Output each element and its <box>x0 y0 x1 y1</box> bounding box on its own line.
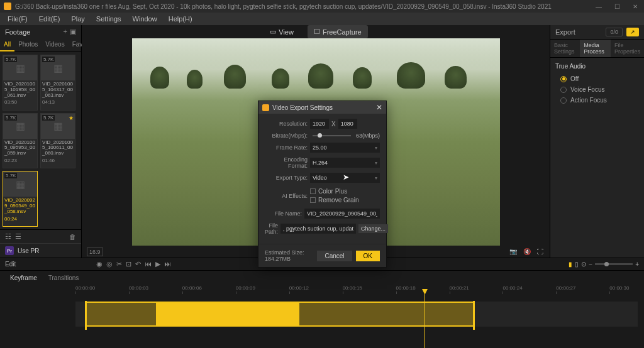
marker-off-icon[interactable]: ▯ <box>575 261 579 268</box>
thumb-image: 5.7K▦ <box>3 171 37 197</box>
true-audio-section: True Audio <box>555 63 639 70</box>
edit-label: Edit <box>5 261 16 268</box>
ruler-tick: 00:00:21 <box>450 285 469 291</box>
zoom-out-icon[interactable]: − <box>589 261 592 268</box>
add-footage-icon[interactable]: + <box>64 28 67 36</box>
bitrate-slider[interactable] <box>313 135 351 136</box>
app-icon <box>4 3 11 10</box>
ruler-tick: 00:00:18 <box>396 285 416 291</box>
prev-frame-icon[interactable]: ⏮ <box>145 260 152 268</box>
thumb-duration: 01:46 <box>41 158 75 165</box>
tab-file-properties[interactable]: File Properties <box>611 40 644 57</box>
maximize-button[interactable]: ☐ <box>612 3 623 10</box>
video-clip[interactable] <box>85 302 475 327</box>
ruler-tick: 00:00:12 <box>289 285 309 291</box>
view-icon: ▭ <box>270 28 276 36</box>
export-progress: 0/0 <box>606 28 623 36</box>
filename-input[interactable] <box>304 209 380 219</box>
trash-icon[interactable]: 🗑 <box>69 233 76 241</box>
playhead[interactable] <box>425 289 425 348</box>
tool-1[interactable]: ◉ <box>96 260 103 268</box>
view-mode-button[interactable]: ▭ View <box>264 25 300 38</box>
premiere-icon: Pr <box>5 246 14 255</box>
ok-button[interactable]: OK <box>356 251 380 261</box>
tool-2[interactable]: ◎ <box>106 260 113 268</box>
framerate-select[interactable]: 25.00 <box>310 143 380 153</box>
menu-window[interactable]: Window <box>128 14 162 24</box>
ruler-tick: 00:00:09 <box>236 285 255 291</box>
aspect-ratio[interactable]: 16:9 <box>87 247 103 256</box>
timeline-panel: Edit ◉ ◎ ✂ ⊡ ↶ ⏮ ▶ ⏭ ▮ ▯ ⊙ − + Keyframe … <box>0 258 644 348</box>
video-export-settings-dialog: Video Export Settings ✕ Resolution: X Bi… <box>258 101 387 268</box>
menu-edit[interactable]: Edit(E) <box>34 14 65 24</box>
close-button[interactable]: ✕ <box>630 3 640 10</box>
menu-settings[interactable]: Settings <box>91 14 126 24</box>
menu-file[interactable]: File(F) <box>3 14 33 24</box>
encoding-select[interactable]: H.264 <box>310 158 380 168</box>
thumb-name: VID_20201005_100611_00_060.insv <box>41 139 75 158</box>
import-folder-icon[interactable]: ▣ <box>70 28 76 36</box>
thumb-image: 5.7K▦ <box>3 114 37 139</box>
menu-help[interactable]: Help(H) <box>164 14 197 24</box>
export-button[interactable]: ↗ <box>626 28 639 36</box>
minimize-button[interactable]: — <box>593 3 604 10</box>
resolution-height-input[interactable] <box>338 119 357 129</box>
tab-transitions[interactable]: Transitions <box>43 273 84 283</box>
colorplus-checkbox[interactable] <box>310 188 316 194</box>
removegrain-checkbox[interactable] <box>310 197 316 203</box>
next-frame-icon[interactable]: ⏭ <box>164 260 171 268</box>
zoom-slider[interactable] <box>595 263 633 265</box>
filepath-input[interactable] <box>280 224 356 234</box>
freecapture-button[interactable]: ☐ FreeCapture <box>308 25 368 38</box>
footage-thumb[interactable]: 5.7K★▦VID_20201005_100611_00_060.insv01:… <box>40 113 75 169</box>
ruler-tick: 00:00:30 <box>609 285 629 291</box>
footage-thumb[interactable]: 5.7K▦VID_20201005_101958_00_061.insv03:5… <box>3 55 38 111</box>
tab-keyframe[interactable]: Keyframe <box>5 273 42 283</box>
radio-off[interactable]: Off <box>555 73 639 84</box>
thumb-name: VID_20201005_104317_00_063.insv <box>41 80 75 99</box>
tool-4[interactable]: ⊡ <box>126 260 131 268</box>
timeline-track[interactable] <box>75 302 638 327</box>
cancel-button[interactable]: Cancel <box>317 251 352 261</box>
resolution-width-input[interactable] <box>310 119 329 129</box>
mute-icon[interactable]: 🔇 <box>523 248 531 255</box>
tool-3[interactable]: ✂ <box>116 260 122 268</box>
titlebar: G:/360 Back-ups/insta360 one r files Aug… <box>0 0 644 13</box>
footage-thumb[interactable]: 5.7K▦VID_20201005_104317_00_063.insv04:1… <box>40 55 75 111</box>
footage-panel: Footage + ▣ All Photos Videos Favorites … <box>0 25 82 258</box>
tool-5[interactable]: ↶ <box>135 260 141 268</box>
tab-all[interactable]: All <box>0 38 14 52</box>
thumb-duration: 03:50 <box>3 99 37 106</box>
ruler-tick: 00:00:27 <box>556 285 575 291</box>
radio-action-focus[interactable]: Action Focus <box>555 95 639 106</box>
resolution-badge: 5.7K <box>4 173 17 178</box>
footage-thumb[interactable]: 5.7K▦VID_20201005_095953_00_059.insv02:2… <box>3 113 38 169</box>
ruler-tick: 00:00:03 <box>129 285 148 291</box>
change-path-button[interactable]: Change... <box>358 224 388 233</box>
ruler-tick: 00:00:24 <box>502 285 522 291</box>
marker-icon[interactable]: ▮ <box>569 261 572 268</box>
tab-basic-settings[interactable]: Basic Settings <box>550 40 580 57</box>
resolution-badge: 5.7K <box>42 57 55 62</box>
tab-media-process[interactable]: Media Process <box>580 40 611 57</box>
timeline-ruler[interactable]: 00:00:0000:00:0300:00:0600:00:0900:00:12… <box>75 285 638 294</box>
thumb-image: 5.7K▦ <box>41 55 75 80</box>
fullscreen-icon[interactable]: ⛶ <box>537 248 543 255</box>
list-view-icon[interactable]: ☰ <box>15 232 21 241</box>
snapshot-icon[interactable]: 📷 <box>509 248 517 255</box>
export-type-select[interactable]: Video <box>310 173 380 183</box>
tab-videos[interactable]: Videos <box>42 38 68 52</box>
use-pr-button[interactable]: Pr Use PR <box>0 243 81 258</box>
resolution-badge: 5.7K <box>42 115 55 121</box>
play-timeline-icon[interactable]: ▶ <box>155 260 160 268</box>
tab-photos[interactable]: Photos <box>14 38 42 52</box>
grid-view-icon[interactable]: ☷ <box>5 232 11 241</box>
footage-thumb[interactable]: 5.7K▦VID_20200929_090549_00_058.insv00:2… <box>3 171 38 227</box>
dialog-close-button[interactable]: ✕ <box>376 103 382 112</box>
zoom-in-icon[interactable]: + <box>635 261 639 268</box>
resolution-badge: 5.7K <box>4 115 17 121</box>
zoom-fit-icon[interactable]: ⊙ <box>581 261 586 268</box>
menu-play[interactable]: Play <box>66 14 89 24</box>
radio-voice-focus[interactable]: Voice Focus <box>555 84 639 95</box>
thumb-duration: 02:23 <box>3 158 37 165</box>
